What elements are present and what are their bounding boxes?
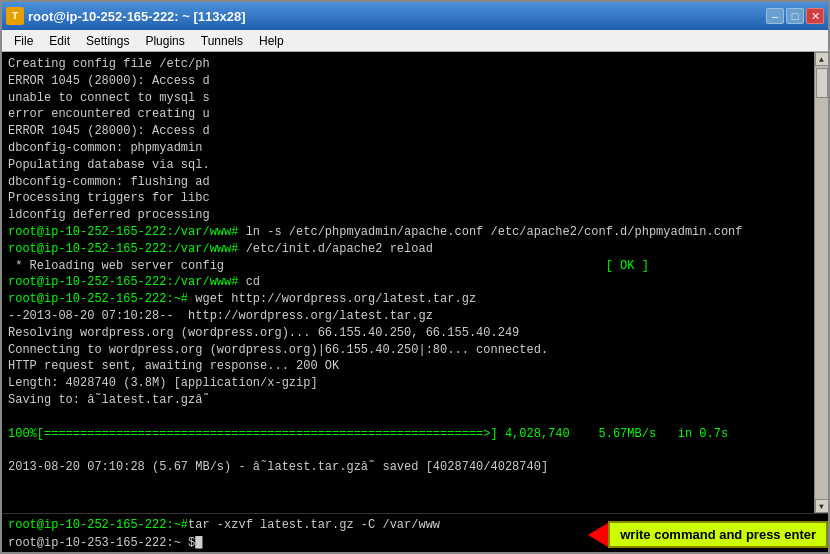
app-icon: T [6, 7, 24, 25]
menu-plugins[interactable]: Plugins [137, 32, 192, 50]
scroll-thumb[interactable] [816, 68, 828, 98]
close-button[interactable]: ✕ [806, 8, 824, 24]
menu-settings[interactable]: Settings [78, 32, 137, 50]
input-area: root@ip-10-252-165-222:~# root@ip-10-253… [2, 513, 828, 552]
command-input[interactable] [188, 518, 822, 532]
titlebar-left: T root@ip-10-252-165-222: ~ [113x28] [6, 7, 246, 25]
menu-edit[interactable]: Edit [41, 32, 78, 50]
maximize-button[interactable]: □ [786, 8, 804, 24]
window-title: root@ip-10-252-165-222: ~ [113x28] [28, 9, 246, 24]
next-prompt-line: root@ip-10-253-165-222:~ $ █ [2, 536, 828, 552]
scroll-up-button[interactable]: ▲ [815, 52, 829, 66]
scroll-down-button[interactable]: ▼ [815, 499, 829, 513]
terminal-window: T root@ip-10-252-165-222: ~ [113x28] – □… [0, 0, 830, 554]
titlebar-buttons: – □ ✕ [766, 8, 824, 24]
terminal-output: Creating config file /etc/ph ERROR 1045 … [2, 52, 814, 513]
shell-prompt: root@ip-10-252-165-222:~# [8, 518, 188, 532]
minimize-button[interactable]: – [766, 8, 784, 24]
menubar: File Edit Settings Plugins Tunnels Help [2, 30, 828, 52]
menu-help[interactable]: Help [251, 32, 292, 50]
scrollbar[interactable]: ▲ ▼ [814, 52, 828, 513]
terminal-wrapper: Creating config file /etc/ph ERROR 1045 … [2, 52, 828, 513]
scroll-track[interactable] [815, 66, 829, 499]
next-prompt: root@ip-10-253-165-222:~ $ [8, 536, 195, 550]
titlebar: T root@ip-10-252-165-222: ~ [113x28] – □… [2, 2, 828, 30]
command-line: root@ip-10-252-165-222:~# [2, 514, 828, 536]
menu-file[interactable]: File [6, 32, 41, 50]
menu-tunnels[interactable]: Tunnels [193, 32, 251, 50]
